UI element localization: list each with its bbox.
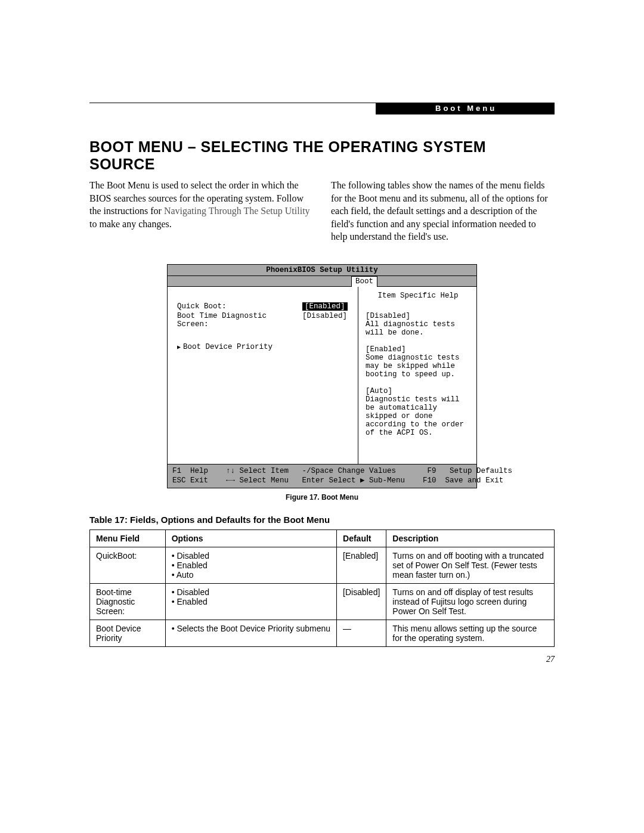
bios-footer-row-2: ESC Exit ←→ Select Menu Enter Select ▶ S…: [172, 476, 472, 485]
bios-footer-cell: -/Space Change Values: [302, 466, 428, 476]
page-number: 27: [546, 655, 555, 664]
table-cell-options: • Disabled• Enabled: [165, 584, 336, 620]
intro-text-1b: to make any changes.: [89, 219, 172, 229]
table-row: Boot-time Diagnostic Screen:• Disabled• …: [90, 584, 555, 620]
bios-window: PhoenixBIOS Setup Utility Boot Quick Boo…: [167, 264, 477, 489]
table-header-row: Menu Field Options Default Description: [90, 530, 555, 547]
bios-footer-cell: ↑↓ Select Item: [226, 466, 302, 476]
bios-row-diagnostic: Boot Time Diagnostic Screen: [Disabled]: [177, 312, 352, 329]
table-header: Options: [165, 530, 336, 547]
table-header: Default: [337, 530, 386, 547]
table-cell-description: Turns on and off display of test results…: [386, 584, 555, 620]
table-row: Boot Device Priority• Selects the Boot D…: [90, 620, 555, 647]
table-cell-description: This menu allows setting up the source f…: [386, 620, 555, 647]
bios-footer-cell: F1 Help: [172, 466, 226, 476]
table-cell-field: Boot Device Priority: [90, 620, 166, 647]
table-header: Description: [386, 530, 555, 547]
header-rule: Boot Menu: [89, 103, 555, 114]
intro-col-1: The Boot Menu is used to select the orde…: [89, 179, 313, 243]
bios-footer-cell: F10 Save and Exit: [423, 476, 503, 485]
fields-table: Menu Field Options Default Description Q…: [89, 529, 555, 647]
section-header: Boot Menu: [376, 103, 555, 114]
bios-help-block: [Auto] Diagnostic tests will be automati…: [366, 387, 470, 437]
bios-help-block: [Disabled] All diagnostic tests will be …: [366, 312, 470, 337]
option-item: • Enabled: [172, 597, 330, 606]
table-header: Menu Field: [90, 530, 166, 547]
bios-label: Quick Boot:: [177, 302, 302, 311]
table-cell-options: • Selects the Boot Device Priority subme…: [165, 620, 336, 647]
bios-right-pane: Item Specific Help [Disabled] All diagno…: [358, 287, 476, 464]
page-title: BOOT MENU – SELECTING THE OPERATING SYST…: [89, 138, 555, 173]
bios-footer-cell: Enter Select ▶ Sub-Menu: [302, 476, 423, 485]
bios-footer-row-1: F1 Help ↑↓ Select Item -/Space Change Va…: [172, 466, 472, 476]
table-row: QuickBoot:• Disabled• Enabled• Auto[Enab…: [90, 547, 555, 584]
bios-figure: PhoenixBIOS Setup Utility Boot Quick Boo…: [167, 264, 477, 489]
bios-label: Boot Time Diagnostic Screen:: [177, 312, 302, 329]
bios-tabbar: Boot: [168, 276, 476, 287]
intro-link: Navigating Through The Setup Utility: [164, 206, 310, 216]
table-cell-default: [Disabled]: [337, 584, 386, 620]
table-cell-default: [Enabled]: [337, 547, 386, 584]
triangle-right-icon: [177, 343, 183, 351]
option-item: • Enabled: [172, 561, 330, 570]
table-cell-field: Boot-time Diagnostic Screen:: [90, 584, 166, 620]
bios-value-selected: [Enabled]: [302, 302, 348, 311]
table-title: Table 17: Fields, Options and Defaults f…: [89, 515, 555, 525]
bios-footer: F1 Help ↑↓ Select Item -/Space Change Va…: [168, 465, 476, 488]
option-item: • Selects the Boot Device Priority subme…: [172, 624, 330, 633]
intro-text-2: The following tables show the names of t…: [331, 180, 548, 241]
bios-titlebar: PhoenixBIOS Setup Utility: [168, 265, 476, 276]
option-item: • Auto: [172, 570, 330, 580]
bios-left-pane: Quick Boot: [Enabled] Boot Time Diagnost…: [168, 287, 358, 464]
option-item: • Disabled: [172, 587, 330, 597]
option-item: • Disabled: [172, 551, 330, 561]
bios-footer-cell: ESC Exit: [172, 476, 226, 485]
bios-body: Quick Boot: [Enabled] Boot Time Diagnost…: [168, 287, 476, 465]
intro-col-2: The following tables show the names of t…: [331, 179, 555, 243]
bios-row-quickboot: Quick Boot: [Enabled]: [177, 302, 352, 311]
table-cell-default: —: [337, 620, 386, 647]
bios-help-block: [Enabled] Some diagnostic tests may be s…: [366, 345, 470, 379]
table-cell-options: • Disabled• Enabled• Auto: [165, 547, 336, 584]
section-header-label: Boot Menu: [435, 104, 497, 113]
bios-tab-boot: Boot: [351, 276, 377, 287]
bios-value: [Disabled]: [302, 312, 347, 329]
bios-help-title: Item Specific Help: [366, 292, 470, 300]
bios-submenu-row: Boot Device Priority: [177, 343, 352, 351]
bios-footer-cell: ←→ Select Menu: [226, 476, 302, 485]
bios-submenu-label: Boot Device Priority: [183, 343, 273, 351]
figure-caption: Figure 17. Boot Menu: [89, 493, 555, 501]
intro-columns: The Boot Menu is used to select the orde…: [89, 179, 555, 243]
table-cell-field: QuickBoot:: [90, 547, 166, 584]
bios-footer-cell: F9 Setup Defaults: [428, 466, 513, 476]
table-cell-description: Turns on and off booting with a truncate…: [386, 547, 555, 584]
